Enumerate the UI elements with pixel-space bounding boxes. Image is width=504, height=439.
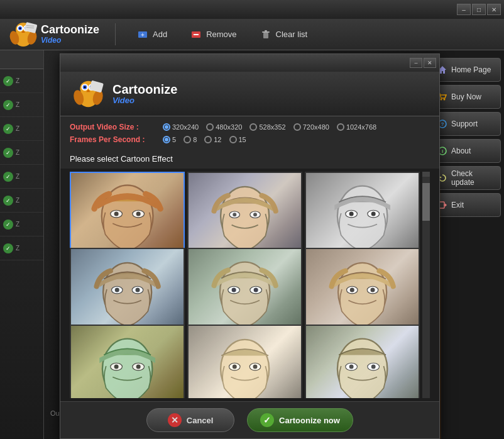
check-icon: ✓: [3, 243, 13, 253]
svg-text:?: ?: [441, 121, 444, 127]
fps-8[interactable]: 8: [184, 136, 197, 143]
exit-button[interactable]: Exit: [432, 193, 501, 217]
about-button[interactable]: i About: [432, 139, 501, 163]
buy-now-label: Buy Now: [451, 92, 481, 101]
svg-point-56: [231, 288, 236, 292]
effect-item-9[interactable]: [305, 325, 420, 398]
scrollbar-thumb[interactable]: [422, 183, 430, 221]
home-page-button[interactable]: Home Page: [432, 58, 501, 82]
radio-fps15-indicator: [229, 136, 237, 143]
check-icon: ✓: [3, 220, 13, 230]
check-icon: ✓: [3, 196, 13, 206]
maximize-button[interactable]: □: [472, 4, 486, 15]
dialog-header: Cartoonize Video: [60, 72, 439, 116]
svg-text:+: +: [141, 31, 145, 38]
radio-fps12-indicator: [204, 136, 212, 143]
logo-text: Cartoonize: [41, 24, 99, 36]
center-area: – ✕: [44, 50, 504, 439]
list-item[interactable]: ✓ Z: [0, 236, 43, 260]
owl-logo-icon: [6, 20, 41, 48]
list-item[interactable]: ✓ Z: [0, 117, 43, 141]
right-sidebar: Home Page Buy Now ? Support i About: [429, 50, 504, 439]
effect-preview-9: [306, 326, 419, 398]
exit-label: Exit: [451, 201, 464, 209]
cancel-label: Cancel: [187, 416, 214, 425]
effect-grid: [70, 172, 420, 398]
remove-label: Remove: [206, 30, 236, 39]
list-item[interactable]: ✓ Z: [0, 213, 43, 236]
svg-point-66: [114, 364, 118, 369]
svg-point-77: [371, 364, 376, 369]
check-update-button[interactable]: Check update: [432, 166, 501, 190]
list-item[interactable]: ✓ Z: [0, 189, 43, 213]
cartoonize-button[interactable]: ✓ Cartoonize now: [247, 408, 353, 432]
output-size-label: Output Video Size :: [70, 123, 158, 131]
support-label: Support: [451, 119, 478, 128]
clear-list-button[interactable]: Clear list: [255, 26, 313, 43]
fps-12[interactable]: 12: [204, 136, 221, 143]
app-window: – □ ✕: [0, 0, 504, 439]
size-720x480[interactable]: 720x480: [293, 123, 329, 131]
svg-rect-86: [439, 202, 444, 208]
fps-row: Frames Per Second : 5 8: [70, 135, 430, 144]
dialog-logo: Cartoonize Video: [70, 78, 177, 109]
list-item[interactable]: ✓ Z: [0, 165, 43, 189]
toolbar: Cartoonize Video + Add Remove Clear list: [0, 19, 504, 50]
size-320x240[interactable]: 320x240: [163, 123, 199, 131]
list-item[interactable]: ✓ Z: [0, 141, 43, 165]
dialog-owl-icon: [70, 78, 107, 109]
logo-subtext: Video: [41, 36, 99, 45]
separator-1: [115, 23, 116, 45]
list-item[interactable]: ✓ Z: [0, 93, 43, 117]
dialog-titlebar: – ✕: [60, 54, 439, 72]
check-icon: ✓: [3, 100, 13, 110]
list-item[interactable]: ✓ Z: [0, 69, 43, 93]
svg-point-6: [19, 28, 21, 30]
svg-point-71: [233, 364, 237, 369]
buy-now-button[interactable]: Buy Now: [432, 85, 501, 109]
radio-320-indicator: [163, 123, 170, 131]
popup-dialog: – ✕: [60, 53, 440, 439]
size-radio-group: 320x240 480x320 528x352: [163, 123, 376, 131]
dialog-footer: ✕ Cancel ✓ Cartoonize now: [60, 401, 439, 438]
minimize-button[interactable]: –: [457, 4, 471, 15]
svg-point-47: [371, 212, 376, 216]
svg-point-37: [136, 212, 141, 216]
dialog-logo-sub: Video: [112, 96, 177, 105]
svg-point-27: [84, 86, 85, 88]
effect-item-7[interactable]: [70, 325, 185, 398]
support-button[interactable]: ? Support: [432, 112, 501, 136]
svg-point-79: [441, 99, 442, 101]
close-button[interactable]: ✕: [487, 4, 501, 15]
cancel-button[interactable]: ✕ Cancel: [146, 408, 234, 432]
svg-text:i: i: [442, 148, 443, 154]
settings-area: Output Video Size : 320x240 480x320: [60, 116, 439, 151]
fps-5[interactable]: 5: [163, 136, 176, 143]
svg-point-76: [349, 364, 353, 369]
remove-button[interactable]: Remove: [185, 26, 241, 43]
dialog-logo-text: Cartoonize: [112, 82, 177, 96]
svg-point-62: [370, 288, 375, 292]
fps-radio-group: 5 8 12 15: [163, 136, 246, 143]
effect-preview-8: [189, 326, 301, 398]
effect-item-8[interactable]: [187, 325, 302, 398]
add-button[interactable]: + Add: [131, 26, 172, 43]
check-icon: ✓: [3, 148, 13, 158]
check-icon: ✓: [3, 124, 13, 134]
fps-15[interactable]: 15: [229, 136, 246, 143]
radio-720-indicator: [293, 123, 301, 131]
effect-grid-container: [60, 169, 439, 401]
dialog-minimize-button[interactable]: –: [410, 58, 422, 68]
size-528x352[interactable]: 528x352: [249, 123, 285, 131]
dialog-close-button[interactable]: ✕: [424, 58, 436, 68]
cancel-icon: ✕: [168, 413, 182, 427]
svg-point-67: [136, 364, 141, 369]
size-1024x768[interactable]: 1024x768: [337, 123, 376, 131]
left-sidebar: ✓ Z ✓ Z ✓ Z ✓ Z ✓ Z ✓ Z: [0, 50, 44, 439]
radio-fps5-indicator: [163, 136, 170, 143]
radio-528-indicator: [249, 123, 257, 131]
svg-point-57: [254, 288, 258, 292]
size-480x320[interactable]: 480x320: [206, 123, 242, 131]
effect-grid-scrollbar[interactable]: [422, 172, 430, 398]
svg-point-52: [135, 288, 140, 292]
